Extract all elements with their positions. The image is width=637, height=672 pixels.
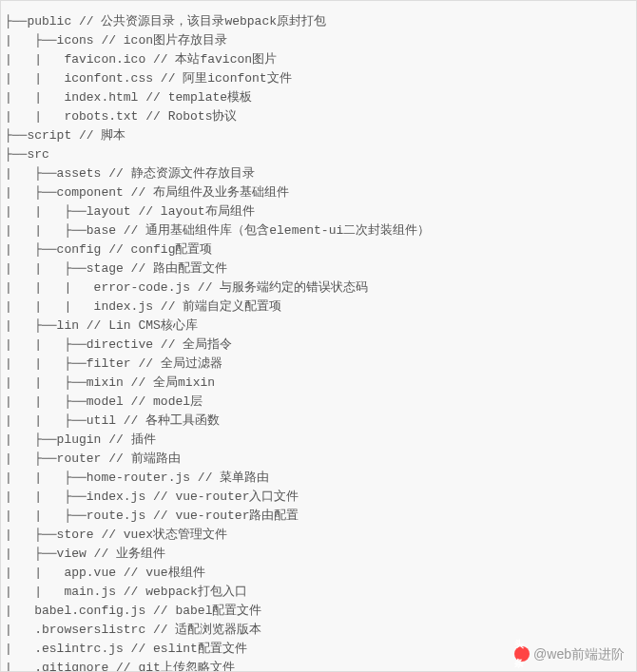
directory-tree: ├──public // 公共资源目录，该目录webpack原封打包| ├──i… — [5, 12, 632, 672]
tree-line: | ├──component // 布局组件及业务基础组件 — [5, 183, 632, 202]
tree-line: | | ├──model // model层 — [5, 393, 632, 412]
tree-line: | | favicon.ico // 本站favicon图片 — [5, 50, 632, 69]
tree-line: | ├──plugin // 插件 — [5, 431, 632, 450]
tree-line: | | ├──stage // 路由配置文件 — [5, 259, 632, 278]
tree-line: | | iconfont.css // 阿里iconfont文件 — [5, 69, 632, 88]
tree-line: | | ├──route.js // vue-router路由配置 — [5, 507, 632, 526]
tree-line: | ├──router // 前端路由 — [5, 450, 632, 469]
tree-line: | | | index.js // 前端自定义配置项 — [5, 298, 632, 317]
tree-line: | | ├──directive // 全局指令 — [5, 336, 632, 355]
tree-line: | | ├──index.js // vue-router入口文件 — [5, 488, 632, 507]
tree-line: | ├──assets // 静态资源文件存放目录 — [5, 164, 632, 183]
watermark: 头条 @web前端进阶 — [514, 644, 625, 663]
tree-line: | ├──view // 业务组件 — [5, 545, 632, 564]
watermark-icon: 头条 — [514, 646, 530, 662]
tree-line: | | | error-code.js // 与服务端约定的错误状态码 — [5, 278, 632, 298]
tree-line: ├──src — [5, 145, 632, 164]
tree-line: | ├──store // vuex状态管理文件 — [5, 526, 632, 545]
tree-line: | | ├──base // 通用基础组件库（包含element-ui二次封装组… — [5, 221, 632, 240]
tree-line: ├──public // 公共资源目录，该目录webpack原封打包 — [5, 12, 632, 31]
tree-line: | ├──lin // Lin CMS核心库 — [5, 317, 632, 336]
tree-line: | | index.html // template模板 — [5, 88, 632, 107]
tree-line: | | ├──mixin // 全局mixin — [5, 374, 632, 393]
tree-line: | | ├──layout // layout布局组件 — [5, 202, 632, 221]
tree-line: | ├──icons // icon图片存放目录 — [5, 31, 632, 50]
watermark-text: @web前端进阶 — [533, 644, 625, 663]
tree-line: | babel.config.js // babel配置文件 — [5, 602, 632, 621]
tree-line: | ├──config // config配置项 — [5, 240, 632, 259]
tree-line: | | ├──util // 各种工具函数 — [5, 412, 632, 431]
tree-line: | .browserslistrc // 适配浏览器版本 — [5, 621, 632, 640]
tree-line: | | ├──home-router.js // 菜单路由 — [5, 469, 632, 488]
tree-line: | | app.vue // vue根组件 — [5, 564, 632, 583]
tree-line: | | ├──filter // 全局过滤器 — [5, 355, 632, 374]
tree-line: | | robots.txt // Robots协议 — [5, 107, 632, 126]
tree-line: ├──script // 脚本 — [5, 126, 632, 145]
tree-line: | | main.js // webpack打包入口 — [5, 583, 632, 602]
